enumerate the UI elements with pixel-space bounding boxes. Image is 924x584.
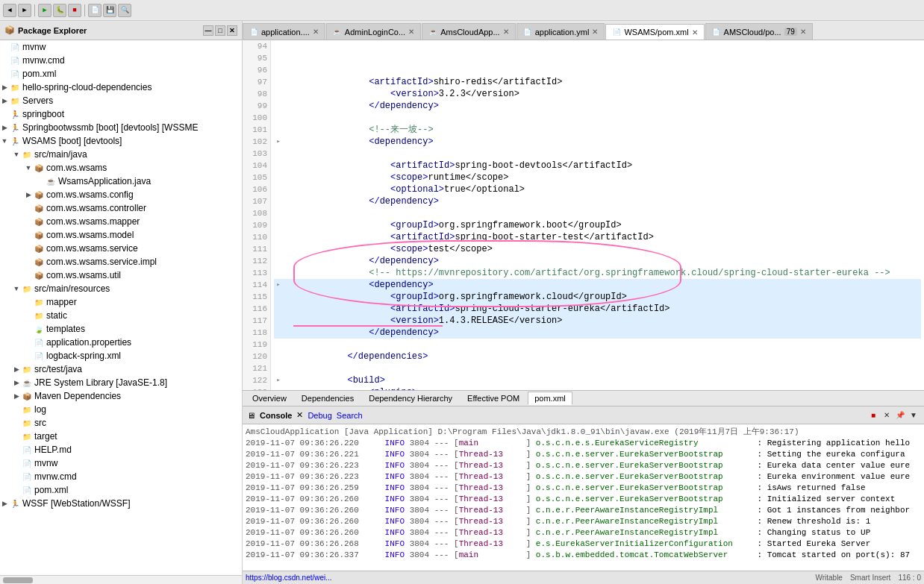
- tree-item[interactable]: 📄pom.xml: [0, 67, 242, 81]
- tree-file-icon: 📄: [21, 471, 33, 482]
- tab-close-btn[interactable]: ✕: [592, 28, 598, 36]
- console-stop-btn[interactable]: ■: [867, 409, 879, 421]
- editor-tab[interactable]: 📄AMSCloud/po...79✕: [705, 23, 813, 40]
- search-btn[interactable]: 🔍: [118, 4, 131, 17]
- console-content[interactable]: AmsCloudApplication [Java Application] D…: [243, 424, 924, 571]
- tree-item[interactable]: ▼🏃WSAMS [boot] [devtools]: [0, 134, 242, 148]
- fold-arrow: [274, 207, 283, 219]
- fold-arrow[interactable]: ▸: [274, 136, 283, 148]
- tree-item[interactable]: 📦com.ws.wsams.service.impl: [0, 255, 242, 269]
- fold-arrow: [274, 315, 283, 327]
- console-menu-btn[interactable]: ▼: [908, 409, 920, 421]
- tree-item-label: com.ws.wsams.service: [46, 243, 138, 254]
- code-text: <dependency>: [283, 136, 434, 148]
- tree-item[interactable]: 📄mvnw: [0, 456, 242, 470]
- tree-item[interactable]: 📄mvnw.cmd: [0, 470, 242, 483]
- tree-item[interactable]: 📁mapper: [0, 295, 242, 309]
- editor-area[interactable]: 9495969798991001011021031041051061071081…: [243, 40, 924, 390]
- bottom-tab[interactable]: Overview: [246, 392, 293, 405]
- run-btn[interactable]: ▶: [38, 4, 51, 17]
- editor-tab[interactable]: ☕AmsCloudApp...✕: [422, 23, 515, 40]
- bottom-tab[interactable]: Dependencies: [295, 392, 360, 405]
- code-content[interactable]: <artifactId>shiro-redis</artifactId> <ve…: [271, 40, 924, 390]
- bottom-tab[interactable]: Dependency Hierarchy: [362, 392, 459, 405]
- tree-item[interactable]: ▶📦com.ws.wsams.config: [0, 188, 242, 201]
- console-title: Console: [260, 411, 292, 420]
- tree-item[interactable]: ☕WsamsApplication.java: [0, 175, 242, 188]
- tree-item[interactable]: 📄pom.xml: [0, 483, 242, 497]
- tree-item[interactable]: 📦com.ws.wsams.controller: [0, 201, 242, 215]
- tree-item[interactable]: ▼📁src/main/java: [0, 148, 242, 161]
- tree-item-label: mvnw.cmd: [34, 471, 77, 482]
- editor-tab[interactable]: 📄application.yml✕: [516, 23, 605, 40]
- tree-item[interactable]: 📦com.ws.wsams.util: [0, 269, 242, 282]
- tree-item[interactable]: 🍃templates: [0, 322, 242, 336]
- tree-item[interactable]: 📁src: [0, 416, 242, 430]
- maximize-btn[interactable]: □: [215, 25, 225, 36]
- code-line: </dependency>: [274, 255, 921, 267]
- forward-btn[interactable]: ▶: [18, 4, 31, 17]
- tree-item[interactable]: ▼📦com.ws.wsams: [0, 161, 242, 175]
- console-search-link[interactable]: Search: [337, 411, 363, 420]
- tree-item[interactable]: 📄application.properties: [0, 336, 242, 349]
- horizontal-scrollbar[interactable]: [0, 575, 242, 584]
- debug-link[interactable]: Debug: [308, 411, 331, 420]
- code-line: <version>1.4.3.RELEASE</version>: [274, 315, 921, 327]
- tab-close-btn[interactable]: ✕: [692, 28, 698, 37]
- tree-item[interactable]: 📦com.ws.wsams.mapper: [0, 215, 242, 228]
- tree-item[interactable]: ▶📁hello-spring-cloud-dependencies: [0, 81, 242, 94]
- tree-item[interactable]: ▼📁src/main/resources: [0, 282, 242, 295]
- bottom-tab[interactable]: Effective POM: [461, 392, 526, 405]
- tree-item[interactable]: 📄logback-spring.xml: [0, 349, 242, 362]
- tree-item-label: com.ws.wsams.config: [46, 189, 134, 200]
- fold-arrow[interactable]: ▸: [274, 386, 283, 390]
- code-line: ▸ <build>: [274, 374, 921, 386]
- tree-item[interactable]: 📄mvnw: [0, 40, 242, 54]
- tree-item[interactable]: ▶📦Maven Dependencies: [0, 389, 242, 403]
- fold-arrow: [274, 362, 283, 374]
- save-btn[interactable]: 💾: [103, 4, 116, 17]
- tab-close-btn[interactable]: ✕: [313, 28, 319, 36]
- editor-tab[interactable]: 📄application....✕: [243, 23, 325, 40]
- console-log-line: 2019-11-07 09:36:26.221 INFO 3804 --- [T…: [246, 450, 921, 461]
- tree-item[interactable]: 🏃springboot: [0, 107, 242, 121]
- console-pin-btn[interactable]: 📌: [894, 409, 906, 421]
- close-btn[interactable]: ✕: [227, 25, 237, 36]
- code-line: <artifactId>shiro-redis</artifactId>: [274, 76, 921, 88]
- tab-close-btn[interactable]: ✕: [800, 28, 806, 36]
- tab-label: AdminLoginCo...: [345, 28, 405, 37]
- tree-item[interactable]: ▶📁Servers: [0, 94, 242, 107]
- tab-close-btn[interactable]: ✕: [503, 28, 509, 36]
- tree-item[interactable]: 📄HELP.md: [0, 443, 242, 456]
- tree-item[interactable]: 📁static: [0, 309, 242, 322]
- tree-item[interactable]: 📦com.ws.wsams.model: [0, 228, 242, 242]
- fold-arrow[interactable]: ▸: [274, 374, 283, 386]
- editor-tab[interactable]: ☕AdminLoginCo...✕: [326, 23, 421, 40]
- tree-item[interactable]: ▶🏃WSSF [WebStation/WSSF]: [0, 497, 242, 510]
- tab-close-btn[interactable]: ✕: [408, 28, 414, 36]
- tree-item-label: JRE System Library [JavaSE-1.8]: [34, 377, 167, 388]
- tree-file-icon: 📦: [33, 243, 45, 254]
- status-insert: Smart Insert: [850, 574, 890, 582]
- fold-arrow: [274, 195, 283, 207]
- tree-item[interactable]: 📦com.ws.wsams.service: [0, 242, 242, 255]
- minimize-btn[interactable]: —: [203, 25, 213, 36]
- tree-file-icon: 📁: [21, 404, 33, 415]
- bottom-tab[interactable]: pom.xml: [528, 392, 572, 405]
- stop-btn[interactable]: ■: [68, 4, 81, 17]
- tree-item[interactable]: ▶📁src/test/java: [0, 362, 242, 376]
- tree-item[interactable]: 📄mvnw.cmd: [0, 54, 242, 67]
- tree-item[interactable]: ▶☕JRE System Library [JavaSE-1.8]: [0, 376, 242, 389]
- code-line: <artifactId>spring-boot-starter-test</ar…: [274, 231, 921, 243]
- console-close-btn[interactable]: ✕: [881, 409, 893, 421]
- fold-arrow[interactable]: ▸: [274, 279, 283, 291]
- console-log-line: 2019-11-07 09:36:26.260 INFO 3804 --- [T…: [246, 494, 921, 506]
- new-btn[interactable]: 📄: [88, 4, 102, 17]
- code-line: <!--来一坡-->: [274, 124, 921, 136]
- tree-item[interactable]: 📁target: [0, 430, 242, 443]
- tree-item[interactable]: 📁log: [0, 403, 242, 416]
- editor-tab[interactable]: 📄WSAMS/pom.xml✕: [605, 24, 704, 40]
- debug-btn[interactable]: 🐛: [53, 4, 66, 17]
- back-btn[interactable]: ◀: [3, 4, 16, 17]
- tree-item[interactable]: ▶🏃Springbootwssmb [boot] [devtools] [WSS…: [0, 121, 242, 134]
